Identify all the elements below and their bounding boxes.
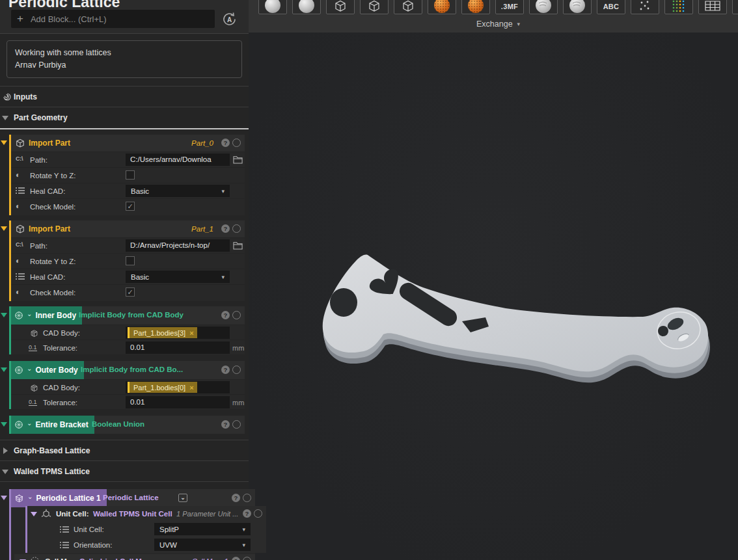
outer-body-header[interactable]: ⌄ Outer Body Implicit Body from CAD Bo..… — [11, 361, 245, 379]
help-icon[interactable]: ? — [221, 311, 230, 319]
remove-chip-icon[interactable]: × — [189, 384, 193, 392]
help-icon[interactable]: ? — [221, 366, 230, 374]
implicit-body-icon — [14, 311, 23, 320]
add-block-input[interactable] — [29, 14, 192, 25]
collapse-triangle-icon[interactable] — [1, 496, 7, 500]
unit-label: mm — [232, 399, 244, 407]
boolean-icon: ◐ — [16, 288, 20, 296]
expand-type-chevron[interactable]: ⌄ — [178, 494, 187, 502]
toolbar-button-3mf-export[interactable]: .3MF — [495, 0, 524, 14]
section-graph-lattice-label: Graph-Based Lattice — [14, 446, 90, 455]
row-label: Check Model: — [30, 203, 75, 211]
visibility-toggle-icon[interactable] — [232, 224, 241, 233]
unit-cell-dropdown[interactable]: SplitP ▾ — [154, 523, 251, 535]
visibility-toggle-icon[interactable] — [232, 311, 241, 319]
collapse-triangle-icon[interactable] — [1, 422, 7, 427]
orientation-dropdown[interactable]: UVW ▾ — [154, 539, 251, 551]
help-icon[interactable]: ? — [232, 494, 240, 502]
add-block-search[interactable]: + — [11, 10, 215, 28]
help-icon[interactable]: ? — [232, 557, 240, 560]
toolbar-button-brep-sphere[interactable] — [529, 0, 558, 14]
chip-label: Part_1.bodies[3] — [133, 329, 185, 337]
cad-body-icon — [29, 328, 39, 338]
remove-chip-icon[interactable]: × — [189, 329, 193, 337]
row-label: Unit Cell: — [74, 526, 104, 533]
boolean-icon: ◐ — [16, 171, 20, 179]
entire-bracket-header[interactable]: ⌄ Entire Bracket Boolean Union ? — [11, 416, 245, 434]
body-reference-chip[interactable]: Part_1.bodies[0] × — [128, 382, 197, 393]
section-walled-tpms[interactable]: Walled TPMS Lattice — [0, 462, 249, 481]
chevron-right-icon — [3, 447, 8, 454]
toolbar-button-mesh-sphere-2[interactable] — [461, 0, 490, 14]
auto-run-icon[interactable]: A — [221, 10, 238, 28]
body-reference-chip[interactable]: Part_1.bodies[3] × — [128, 327, 197, 338]
toolbar-button-table[interactable] — [698, 0, 727, 14]
help-icon[interactable]: ? — [221, 224, 230, 233]
block-import-part-0: Import Part Part_0 ? C:\ Path: C:/Users/… — [0, 135, 245, 215]
unit-cell-header[interactable]: Unit Cell: Walled TPMS Unit Cell 1 Param… — [25, 506, 266, 522]
toolbar-button-mesh-sphere[interactable] — [428, 0, 456, 14]
cad-body-field[interactable]: Part_1.bodies[0] × — [126, 381, 230, 393]
toolbar-button-text-abc[interactable]: ABC — [597, 0, 625, 14]
visibility-toggle-icon[interactable] — [232, 366, 241, 374]
collapse-triangle-icon[interactable] — [1, 226, 7, 231]
3mf-label: .3MF — [501, 3, 518, 13]
toolbar-button-cad-body[interactable] — [326, 0, 355, 14]
toolbar-button-point-map-colored[interactable] — [664, 0, 693, 14]
visibility-toggle-icon[interactable] — [232, 420, 241, 429]
folder-browse-icon[interactable] — [233, 241, 243, 250]
row-label: Path: — [30, 242, 48, 250]
caret-down-icon: ▾ — [242, 526, 245, 533]
toolbar-button-table-2[interactable] — [732, 0, 738, 14]
rotate-checkbox[interactable] — [126, 256, 135, 265]
import-part-0-header[interactable]: Import Part Part_0 ? — [11, 135, 245, 152]
collapse-triangle-icon[interactable] — [1, 140, 7, 145]
cell-map-header[interactable]: Cell Map: Cylindrical Cell Map Cell Map_… — [14, 554, 255, 560]
section-graph-lattice[interactable]: Graph-Based Lattice — [0, 442, 249, 460]
cad-body-field[interactable]: Part_1.bodies[3] × — [126, 327, 230, 339]
note-block[interactable]: Working with some lattices Arnav Purbiya — [7, 40, 242, 78]
tolerance-icon: 0.1 — [29, 399, 37, 406]
dropdown-value: Basic — [131, 273, 149, 281]
inner-body-header[interactable]: ⌄ Inner Body Implicit Body from CAD Body… — [11, 306, 245, 325]
check-model-checkbox[interactable]: ✓ — [126, 202, 135, 211]
toolbar-button-cad-body-2[interactable] — [360, 0, 389, 14]
swirl-sphere-icon — [569, 0, 586, 13]
tolerance-field[interactable]: 0.01 — [126, 341, 230, 354]
toolbar-button-cad-body-3[interactable] — [394, 0, 422, 14]
cad-body-icon — [29, 383, 39, 393]
visibility-toggle-icon[interactable] — [254, 509, 262, 518]
heal-cad-dropdown[interactable]: Basic ▾ — [126, 185, 230, 197]
path-value-field[interactable]: D:/Arnav/Projects/n-top/ — [126, 239, 230, 252]
section-inputs[interactable]: Inputs — [0, 88, 249, 107]
block-type: Boolean Union — [92, 420, 144, 428]
path-value-field[interactable]: C:/Users/arnav/Downloa — [126, 153, 230, 166]
collapse-triangle-icon[interactable] — [31, 512, 37, 516]
visibility-toggle-icon[interactable] — [232, 139, 241, 147]
folder-browse-icon[interactable] — [233, 155, 243, 164]
check-model-checkbox[interactable]: ✓ — [126, 287, 135, 297]
exchange-dropdown[interactable]: Exchange ▾ — [476, 20, 520, 29]
block-output-tag: Part_0 — [191, 139, 213, 147]
lattice-cube-icon — [14, 494, 24, 503]
periodic-lattice-header[interactable]: ⌄ Periodic Lattice 1 Periodic Lattice ⌄ … — [11, 489, 255, 507]
help-icon[interactable]: ? — [243, 509, 251, 518]
tolerance-field[interactable]: 0.01 — [126, 396, 230, 408]
help-icon[interactable]: ? — [221, 139, 230, 147]
viewport-3d[interactable] — [249, 33, 738, 560]
heal-cad-dropdown[interactable]: Basic ▾ — [126, 271, 230, 283]
row-check-model: ◐ Check Model: ✓ — [11, 198, 245, 214]
visibility-toggle-icon[interactable] — [243, 557, 251, 560]
toolbar-button-point-map[interactable] — [631, 0, 659, 14]
toolbar-button-brep-sphere-2[interactable] — [563, 0, 592, 14]
rotate-checkbox[interactable] — [126, 170, 135, 180]
collapse-triangle-icon[interactable] — [1, 367, 7, 372]
import-part-1-header[interactable]: Import Part Part_1 ? — [11, 220, 245, 237]
visibility-toggle-icon[interactable] — [243, 494, 251, 502]
chevron-down-icon: ⌄ — [27, 494, 33, 500]
collapse-triangle-icon[interactable] — [1, 313, 7, 317]
section-part-geometry[interactable]: Part Geometry — [0, 109, 249, 127]
help-icon[interactable]: ? — [221, 420, 230, 429]
toolbar-button-implicit-sphere-2[interactable] — [292, 0, 321, 14]
toolbar-button-implicit-sphere[interactable] — [258, 0, 287, 14]
